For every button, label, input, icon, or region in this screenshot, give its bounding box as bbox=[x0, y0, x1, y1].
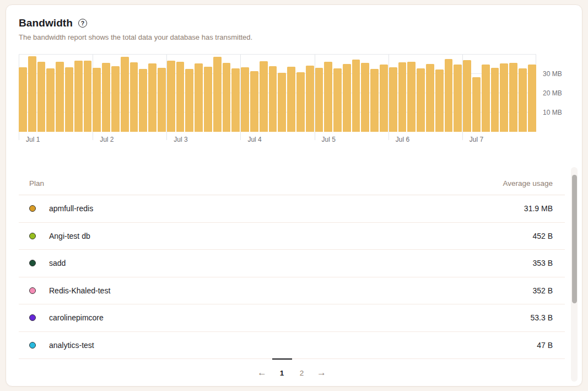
chart-bar[interactable] bbox=[306, 66, 314, 132]
plan-color-dot-icon bbox=[29, 233, 36, 239]
y-axis-label: 20 MB bbox=[543, 89, 562, 97]
chart-bar[interactable] bbox=[19, 67, 27, 132]
table-row: carolinepimcore53.3 B bbox=[19, 304, 565, 332]
chart-plot: 10 MB20 MB30 MBJul 1Jul 2Jul 3Jul 4Jul 5… bbox=[19, 55, 536, 132]
prev-page-button[interactable]: ← bbox=[252, 358, 272, 377]
x-axis-label: Jul 5 bbox=[322, 136, 336, 143]
chart-bar[interactable] bbox=[139, 69, 147, 132]
chart-bar[interactable] bbox=[287, 67, 295, 132]
chart-bar[interactable] bbox=[417, 68, 425, 132]
chart-bar[interactable] bbox=[352, 60, 360, 132]
x-axis-label: Jul 3 bbox=[174, 136, 187, 143]
chart-bar[interactable] bbox=[380, 65, 388, 132]
plan-name: Angi-test db bbox=[49, 232, 90, 240]
table-scrollbar-track[interactable] bbox=[571, 167, 578, 382]
chart-bar[interactable] bbox=[176, 62, 185, 132]
chart-bar[interactable] bbox=[296, 72, 305, 132]
page-number-2[interactable]: 2 bbox=[292, 358, 312, 377]
table-row: analytics-test47 B bbox=[19, 332, 565, 360]
x-axis-label: Jul 2 bbox=[100, 136, 114, 143]
help-question-icon[interactable]: ? bbox=[78, 19, 87, 28]
pagination: ← 12 → bbox=[19, 358, 565, 377]
chart-bar[interactable] bbox=[158, 68, 166, 132]
x-axis-label: Jul 1 bbox=[26, 136, 40, 143]
arrow-right-icon: → bbox=[317, 367, 326, 378]
bandwidth-card: Bandwidth ? The bandwidth report shows t… bbox=[6, 4, 582, 387]
page-title: Bandwidth bbox=[19, 17, 73, 29]
usage-value: 47 B bbox=[537, 341, 553, 350]
chart-bar[interactable] bbox=[84, 61, 92, 132]
chart-bar[interactable] bbox=[46, 68, 55, 132]
chart-bar[interactable] bbox=[121, 57, 129, 132]
chart-bar[interactable] bbox=[454, 65, 462, 132]
y-axis-label: 10 MB bbox=[543, 109, 562, 116]
chart-bar[interactable] bbox=[361, 63, 369, 132]
chart-bar[interactable] bbox=[315, 68, 323, 132]
chart-bar[interactable] bbox=[231, 68, 240, 132]
page-numbers: 12 bbox=[272, 358, 312, 377]
chart-bar[interactable] bbox=[370, 69, 379, 132]
next-page-button[interactable]: → bbox=[312, 358, 332, 377]
table-row: Angi-test db452 B bbox=[19, 223, 565, 250]
chart-bar[interactable] bbox=[148, 63, 157, 132]
card-header: Bandwidth ? The bandwidth report shows t… bbox=[19, 17, 252, 41]
chart-bar[interactable] bbox=[435, 69, 444, 132]
plan-name: Redis-Khaled-test bbox=[49, 286, 110, 295]
chart-bar[interactable] bbox=[185, 69, 193, 132]
chart-bar[interactable] bbox=[250, 71, 258, 132]
usage-value: 352 B bbox=[532, 286, 553, 295]
chart-bar[interactable] bbox=[463, 60, 471, 132]
chart-bar[interactable] bbox=[102, 63, 110, 132]
chart-bar[interactable] bbox=[398, 62, 407, 132]
column-plan: Plan bbox=[29, 179, 44, 188]
plan-name: carolinepimcore bbox=[49, 313, 104, 322]
chart-bar[interactable] bbox=[241, 67, 249, 132]
chart-bar[interactable] bbox=[195, 63, 203, 132]
chart-bar[interactable] bbox=[389, 67, 397, 132]
chart-bar[interactable] bbox=[37, 62, 46, 132]
usage-value: 53.3 B bbox=[531, 313, 553, 322]
chart-bar[interactable] bbox=[324, 62, 332, 132]
table-row: Redis-Khaled-test352 B bbox=[19, 277, 565, 305]
chart-bar[interactable] bbox=[343, 64, 351, 132]
x-axis-label: Jul 7 bbox=[470, 136, 483, 143]
chart-bar[interactable] bbox=[472, 77, 481, 132]
plan-name: apmfull-redis bbox=[49, 204, 93, 213]
plan-color-dot-icon bbox=[29, 260, 36, 266]
table-scrollbar-thumb[interactable] bbox=[572, 175, 577, 303]
chart-bar[interactable] bbox=[223, 63, 231, 132]
chart-bar[interactable] bbox=[509, 63, 517, 132]
chart-bar[interactable] bbox=[500, 63, 508, 132]
chart-bar[interactable] bbox=[491, 68, 499, 132]
usage-value: 452 B bbox=[532, 232, 553, 240]
usage-value: 31.9 MB bbox=[524, 204, 553, 213]
chart-bar[interactable] bbox=[269, 66, 277, 132]
chart-bar[interactable] bbox=[278, 73, 286, 132]
plan-color-dot-icon bbox=[29, 342, 36, 349]
chart-bar[interactable] bbox=[528, 65, 536, 132]
chart-bar[interactable] bbox=[56, 62, 64, 132]
chart-bar[interactable] bbox=[333, 68, 342, 132]
usage-value: 353 B bbox=[532, 259, 553, 267]
table-header: Plan Average usage bbox=[19, 172, 565, 195]
chart-bar[interactable] bbox=[74, 61, 83, 132]
chart-bar[interactable] bbox=[130, 62, 138, 132]
plan-name: sadd bbox=[49, 259, 66, 267]
chart-bar[interactable] bbox=[482, 65, 490, 132]
chart-bar[interactable] bbox=[204, 67, 212, 132]
chart-bar[interactable] bbox=[28, 56, 36, 132]
chart-bar[interactable] bbox=[167, 61, 175, 132]
page-number-1[interactable]: 1 bbox=[272, 358, 292, 377]
chart-bar[interactable] bbox=[93, 68, 101, 132]
chart-bar[interactable] bbox=[407, 62, 416, 132]
chart-bar[interactable] bbox=[426, 64, 434, 132]
chart-bar[interactable] bbox=[111, 66, 120, 132]
chart-bar[interactable] bbox=[213, 57, 222, 132]
chart-bar[interactable] bbox=[65, 67, 73, 132]
chart-bar[interactable] bbox=[445, 59, 453, 132]
chart-bar[interactable] bbox=[519, 68, 527, 132]
arrow-left-icon: ← bbox=[257, 367, 267, 378]
chart-bars bbox=[19, 55, 536, 132]
chart-bar[interactable] bbox=[260, 61, 268, 132]
usage-table: Plan Average usage apmfull-redis31.9 MBA… bbox=[19, 172, 565, 377]
